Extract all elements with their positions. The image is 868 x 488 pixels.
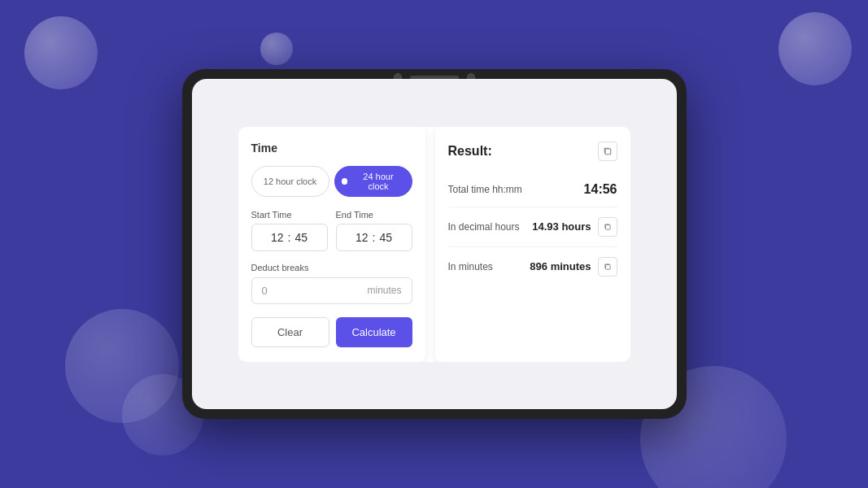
copy-decimal-icon (604, 223, 612, 231)
start-minutes: 45 (294, 231, 308, 244)
end-minutes: 45 (379, 231, 392, 244)
copy-all-button[interactable] (598, 142, 617, 161)
result-panel: Result: Total time hh:mm 14:56 In de (435, 127, 630, 362)
deduct-value: 0 (262, 285, 268, 297)
tablet-frame: Time 12 hour clock 24 hour clock Start T… (182, 69, 687, 419)
result-header: Result: (448, 142, 617, 161)
calculate-button[interactable]: Calculate (336, 317, 412, 347)
decimal-hours-value-group: 14.93 hours (532, 217, 617, 237)
clock-toggle-24h[interactable]: 24 hour clock (334, 166, 412, 197)
minutes-value: 896 minutes (530, 260, 591, 272)
svg-rect-1 (605, 224, 610, 229)
decimal-hours-row: In decimal hours 14.93 hours (448, 207, 617, 247)
total-time-value: 14:56 (584, 182, 617, 197)
start-time-input[interactable]: 12 : 45 (251, 224, 328, 251)
time-inputs-row: Start Time 12 : 45 End Time 12 : 45 (251, 210, 412, 251)
minutes-value-group: 896 minutes (530, 257, 617, 277)
app-container: Time 12 hour clock 24 hour clock Start T… (238, 127, 630, 362)
deduct-breaks-label: Deduct breaks (251, 263, 412, 272)
start-time-field: Start Time 12 : 45 (251, 210, 328, 251)
time-calculator-panel: Time 12 hour clock 24 hour clock Start T… (238, 127, 425, 362)
total-time-label: Total time hh:mm (448, 184, 522, 195)
end-hours: 12 (355, 231, 369, 244)
clear-button[interactable]: Clear (251, 317, 329, 347)
start-time-colon: : (288, 231, 291, 244)
end-time-input[interactable]: 12 : 45 (336, 224, 412, 251)
start-time-label: Start Time (251, 210, 328, 220)
svg-rect-2 (605, 264, 610, 269)
copy-minutes-button[interactable] (598, 257, 617, 277)
deduct-breaks-input[interactable]: 0 minutes (251, 277, 412, 304)
action-buttons: Clear Calculate (251, 317, 412, 347)
copy-decimal-button[interactable] (598, 217, 617, 237)
panel-title: Time (251, 142, 412, 155)
minutes-row: In minutes 896 minutes (448, 247, 617, 286)
decimal-hours-label: In decimal hours (448, 221, 520, 233)
tablet-screen: Time 12 hour clock 24 hour clock Start T… (192, 79, 677, 409)
clock-toggle-12h[interactable]: 12 hour clock (251, 166, 329, 197)
copy-minutes-icon (604, 263, 612, 271)
bg-decorative-circle-3 (779, 12, 852, 85)
copy-icon (603, 146, 613, 156)
decimal-hours-value: 14.93 hours (532, 220, 591, 233)
result-title: Result: (448, 144, 492, 159)
deduct-unit: minutes (367, 285, 401, 296)
start-hours: 12 (271, 231, 284, 244)
bg-decorative-circle-1 (24, 16, 98, 89)
minutes-label: In minutes (448, 261, 493, 272)
end-time-label: End Time (336, 210, 412, 220)
clock-toggle-group: 12 hour clock 24 hour clock (251, 166, 412, 197)
end-time-colon: : (373, 231, 376, 244)
total-time-row: Total time hh:mm 14:56 (448, 172, 617, 207)
svg-rect-0 (605, 149, 611, 155)
end-time-field: End Time 12 : 45 (336, 210, 412, 251)
bg-decorative-circle-2 (260, 33, 293, 65)
